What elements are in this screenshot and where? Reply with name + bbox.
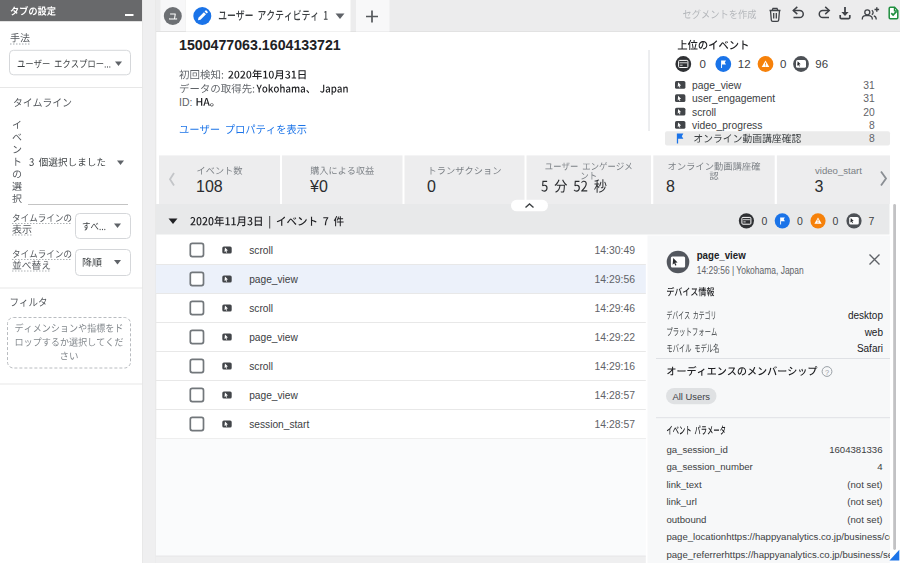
svg-text:4: 4 (877, 461, 883, 472)
svg-text:108: 108 (196, 178, 223, 195)
svg-text:0: 0 (699, 58, 705, 70)
svg-text:session_start: session_start (249, 419, 309, 430)
svg-text:desktop: desktop (848, 310, 883, 321)
svg-text:(not set): (not set) (847, 514, 882, 525)
svg-text:0: 0 (833, 215, 839, 227)
svg-text:scroll: scroll (249, 361, 273, 372)
svg-text:0: 0 (780, 58, 786, 70)
svg-text:14:29:16: 14:29:16 (595, 361, 636, 372)
svg-text:14:29:22: 14:29:22 (595, 332, 636, 343)
svg-text:page_view: page_view (697, 249, 746, 261)
svg-text:8: 8 (869, 120, 875, 131)
svg-text:14:28:57: 14:28:57 (595, 419, 636, 430)
svg-text:7: 7 (869, 215, 875, 227)
svg-text:page_locationhttps://happyanal: page_locationhttps://happyanalytics.co.j… (666, 531, 894, 542)
svg-text:¥0: ¥0 (309, 178, 328, 195)
svg-text:video_progress: video_progress (692, 120, 762, 131)
svg-text:?: ? (825, 368, 829, 377)
svg-text:0: 0 (427, 178, 436, 195)
svg-text:page_referrerhttps://happyanal: page_referrerhttps://happyanalytics.co.j… (666, 549, 897, 560)
svg-text:Safari: Safari (857, 343, 883, 354)
svg-text:outbound: outbound (666, 514, 706, 525)
svg-text:ID:: ID: (179, 96, 192, 108)
svg-text:user_engagement: user_engagement (692, 93, 775, 104)
svg-text:ga_session_number: ga_session_number (666, 461, 753, 472)
svg-text:link_url: link_url (666, 496, 696, 507)
svg-text:14:28:57: 14:28:57 (595, 390, 636, 401)
svg-text:20: 20 (863, 107, 875, 118)
svg-text:12: 12 (738, 58, 751, 70)
svg-text:scroll: scroll (249, 303, 273, 314)
svg-text:All Users: All Users (673, 391, 711, 402)
svg-text:page_view: page_view (249, 332, 298, 343)
svg-text:scroll: scroll (692, 107, 716, 118)
svg-text:14:29:46: 14:29:46 (595, 303, 636, 314)
svg-text:3: 3 (814, 178, 823, 195)
svg-text:(not set): (not set) (847, 496, 882, 507)
svg-text:1500477063.1604133721: 1500477063.1604133721 (179, 37, 341, 53)
svg-text:96: 96 (815, 58, 828, 70)
svg-text:scroll: scroll (249, 245, 273, 256)
svg-text:1604381336: 1604381336 (829, 444, 882, 455)
svg-text:8: 8 (666, 178, 675, 195)
svg-text:0: 0 (797, 215, 803, 227)
svg-text:14:29:56 | Yokohama, Japan: 14:29:56 | Yokohama, Japan (697, 265, 804, 276)
svg-text:(not set): (not set) (847, 479, 882, 490)
svg-text:web: web (864, 327, 884, 338)
svg-text:link_text: link_text (666, 479, 702, 490)
svg-text:14:29:56: 14:29:56 (595, 274, 636, 285)
svg-text:31: 31 (863, 80, 875, 91)
svg-text:ga_session_id: ga_session_id (666, 444, 727, 455)
svg-text:14:30:49: 14:30:49 (595, 245, 636, 256)
svg-text:page_view: page_view (249, 390, 298, 401)
svg-text:video_start: video_start (815, 165, 862, 176)
svg-text:0: 0 (762, 215, 768, 227)
svg-text:8: 8 (869, 133, 875, 144)
svg-text:page_view: page_view (249, 274, 298, 285)
svg-text:31: 31 (863, 93, 875, 104)
svg-text:page_view: page_view (692, 80, 742, 91)
